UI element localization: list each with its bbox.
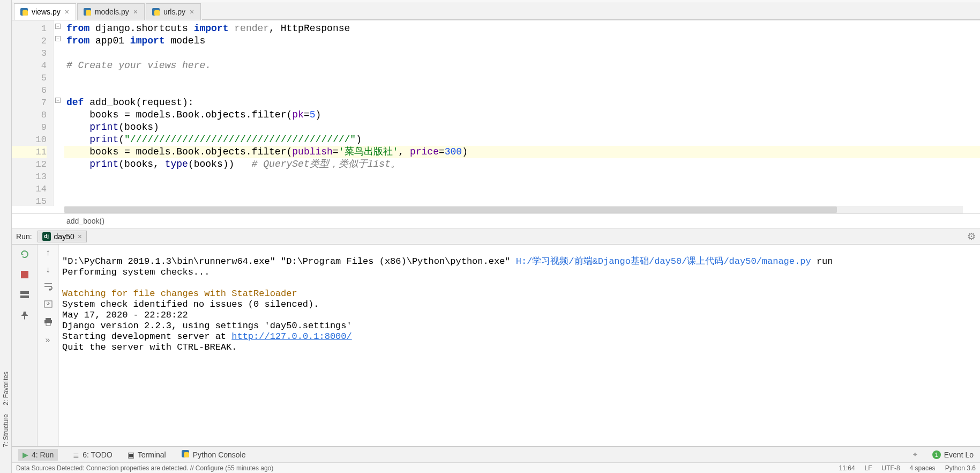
- run-toolbar-primary: [12, 245, 38, 446]
- tab-label: models.py: [95, 8, 129, 16]
- tool-label: 6: TODO: [83, 450, 113, 459]
- tab-views-py[interactable]: views.py ×: [14, 3, 76, 20]
- rerun-button[interactable]: [18, 248, 31, 261]
- run-config-tab[interactable]: dj day50 ×: [38, 231, 87, 242]
- svg-rect-7: [20, 295, 29, 298]
- close-icon[interactable]: ×: [78, 232, 82, 241]
- code-editor[interactable]: 123456789101112131415 − − − from django.…: [12, 20, 980, 206]
- console-line: Starting development server at http://12…: [62, 331, 352, 342]
- line-number-gutter: 123456789101112131415: [12, 20, 54, 206]
- event-log-button[interactable]: 1 Event Lo: [932, 450, 974, 459]
- run-toolwindow-button[interactable]: ▶ 4: Run: [18, 449, 58, 461]
- console-line: Watching for file changes with StatReloa…: [62, 289, 297, 299]
- svg-rect-6: [20, 291, 29, 294]
- status-bar: Data Sources Detected: Connection proper…: [12, 462, 980, 473]
- console-line: System check identified no issues (0 sil…: [62, 299, 319, 309]
- tab-models-py[interactable]: models.py ×: [77, 3, 145, 20]
- server-url-link[interactable]: http://127.0.0.1:8000/: [231, 331, 351, 342]
- list-icon: ≣: [73, 450, 79, 459]
- close-icon[interactable]: ×: [64, 8, 70, 16]
- editor-breadcrumb[interactable]: add_book(): [12, 213, 980, 228]
- run-tool-window: Run: dj day50 × ⚙: [12, 228, 980, 446]
- svg-rect-1: [23, 10, 28, 16]
- run-toolbar-secondary: ↑ ↓ »: [38, 245, 59, 446]
- file-encoding[interactable]: UTF-8: [882, 464, 900, 472]
- run-label: Run:: [16, 232, 32, 241]
- structure-tool[interactable]: 7: Structure: [2, 414, 10, 447]
- cursor-icon: ⌖: [913, 450, 917, 459]
- console-output[interactable]: "D:\PyCharm 2019.1.3\bin\runnerw64.exe" …: [59, 245, 980, 446]
- python-console-toolwindow-button[interactable]: Python Console: [181, 449, 246, 460]
- console-line: May 17, 2020 - 22:28:22: [62, 310, 188, 320]
- fold-strip: − − −: [54, 20, 64, 206]
- stop-button[interactable]: [18, 268, 31, 281]
- status-message: Data Sources Detected: Connection proper…: [16, 464, 273, 472]
- indent-setting[interactable]: 4 spaces: [910, 464, 936, 472]
- tool-label: Event Lo: [944, 450, 974, 459]
- cursor-position[interactable]: 11:64: [839, 464, 855, 472]
- up-arrow-icon[interactable]: ↑: [46, 248, 50, 257]
- terminal-icon: ▣: [128, 450, 134, 459]
- layout-button[interactable]: [18, 289, 31, 301]
- svg-rect-11: [46, 323, 50, 326]
- svg-rect-9: [46, 318, 51, 320]
- favorites-tool[interactable]: 2: Favorites: [2, 372, 10, 405]
- python-icon: [181, 449, 190, 460]
- editor-tabs: views.py × models.py × urls.py ×: [12, 3, 980, 20]
- tab-label: views.py: [32, 8, 61, 16]
- fold-toggle-icon[interactable]: −: [55, 24, 61, 29]
- breadcrumb-function: add_book(): [66, 217, 104, 225]
- console-line: Performing system checks...: [62, 267, 210, 277]
- bottom-tool-bar: ▶ 4: Run ≣ 6: TODO ▣ Terminal Python Con…: [12, 446, 980, 462]
- python-interpreter[interactable]: Python 3.6: [945, 464, 976, 472]
- tool-label: Python Console: [193, 450, 246, 459]
- close-icon[interactable]: ×: [189, 8, 195, 16]
- print-icon[interactable]: [43, 317, 53, 328]
- tool-label: 4: Run: [32, 450, 54, 459]
- left-tool-strip: 2: Favorites 7: Structure: [0, 0, 12, 473]
- tool-label: Terminal: [138, 450, 166, 459]
- run-config-name: day50: [54, 232, 74, 241]
- soft-wrap-icon[interactable]: [43, 282, 53, 292]
- fold-toggle-icon[interactable]: −: [55, 36, 61, 41]
- tab-urls-py[interactable]: urls.py ×: [146, 3, 201, 20]
- gear-icon[interactable]: ⚙: [967, 231, 976, 242]
- todo-toolwindow-button[interactable]: ≣ 6: TODO: [73, 450, 113, 459]
- fold-toggle-icon[interactable]: −: [55, 98, 61, 103]
- code-area[interactable]: from django.shortcuts import render, Htt…: [64, 20, 980, 206]
- python-file-icon: [152, 8, 160, 16]
- console-line: Django version 2.2.3, using settings 'da…: [62, 321, 352, 331]
- svg-rect-5: [154, 10, 160, 16]
- run-icon: ▶: [23, 450, 28, 459]
- line-separator[interactable]: LF: [865, 464, 872, 472]
- console-line: "D:\PyCharm 2019.1.3\bin\runnerw64.exe" …: [62, 256, 833, 267]
- event-count-badge: 1: [932, 450, 941, 459]
- python-file-icon: [20, 8, 28, 16]
- django-icon: dj: [42, 232, 51, 241]
- more-icon[interactable]: »: [46, 335, 51, 345]
- run-header: Run: dj day50 × ⚙: [12, 228, 980, 245]
- svg-rect-13: [184, 452, 189, 457]
- pin-button[interactable]: [18, 309, 31, 322]
- terminal-toolwindow-button[interactable]: ▣ Terminal: [128, 450, 166, 459]
- python-file-icon: [83, 8, 92, 16]
- tab-label: urls.py: [163, 8, 185, 16]
- console-line: Quit the server with CTRL-BREAK.: [62, 342, 237, 352]
- down-arrow-icon[interactable]: ↓: [46, 265, 50, 275]
- horizontal-scrollbar[interactable]: [64, 206, 963, 213]
- close-icon[interactable]: ×: [132, 8, 139, 16]
- svg-rect-3: [86, 10, 91, 16]
- scroll-to-end-icon[interactable]: [43, 300, 53, 310]
